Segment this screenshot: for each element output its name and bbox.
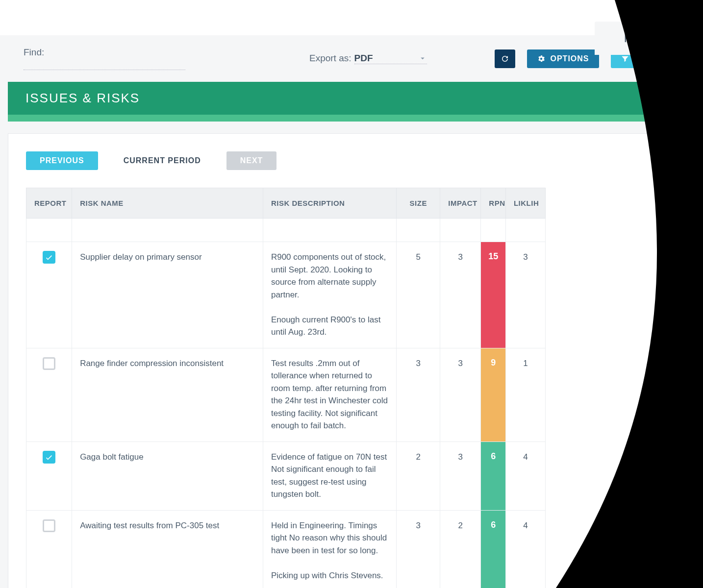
likelihood-cell: 1 (505, 348, 545, 441)
col-rpn[interactable]: RPN (481, 188, 506, 219)
top-tab-risks[interactable]: Risks (595, 22, 683, 55)
risk-name-cell: Gaga bolt fatigue (72, 441, 263, 510)
impact-cell: 3 (440, 441, 481, 510)
risk-description-cell: Evidence of fatigue on 70N test Not sign… (263, 441, 396, 510)
filter-icon (621, 54, 629, 63)
size-cell: 2 (397, 441, 440, 510)
risk-description-cell: Held in Engineering. Timings tight No re… (263, 510, 396, 588)
tab-current-period[interactable]: CURRENT PERIOD (110, 151, 215, 170)
page-title: ISSUES & RISKS (8, 82, 695, 115)
report-checkbox[interactable] (43, 357, 55, 370)
export-value: PDF (354, 53, 373, 63)
col-impact[interactable]: IMPACT (440, 188, 481, 219)
options-label: OPTIONS (551, 54, 589, 63)
find-input[interactable] (24, 59, 185, 70)
col-size[interactable]: SIZE (397, 188, 440, 219)
col-risk-description[interactable]: RISK DESCRIPTION (263, 188, 396, 219)
rpn-cell: 6 (481, 441, 506, 510)
size-cell: 3 (397, 510, 440, 588)
table-row: Supplier delay on primary sensorR900 com… (26, 242, 546, 348)
report-checkbox[interactable] (43, 251, 55, 264)
risk-name-cell: Awaiting test results from PC-305 test (72, 510, 263, 588)
size-cell: 3 (397, 348, 440, 441)
impact-cell: 2 (440, 510, 481, 588)
rpn-cell: 15 (481, 242, 506, 348)
table-row: Range finder compression inconsistentTes… (26, 348, 546, 441)
report-checkbox[interactable] (43, 519, 55, 532)
refresh-button[interactable] (495, 49, 515, 68)
risk-name-cell: Range finder compression inconsistent (72, 348, 263, 441)
likelihood-cell: 3 (505, 242, 545, 348)
col-report[interactable]: REPORT (26, 188, 72, 219)
likelihood-cell: 4 (505, 510, 545, 588)
risks-table: REPORT RISK NAME RISK DESCRIPTION SIZE I… (26, 188, 546, 588)
export-label: Export as: (309, 53, 352, 64)
gear-icon (537, 54, 546, 63)
export-select[interactable]: Export as: PDF (309, 53, 427, 64)
banner-accent (8, 115, 695, 122)
risk-description-cell: Test results .2mm out of tollerance when… (263, 348, 396, 441)
impact-cell: 3 (440, 348, 481, 441)
risk-description-cell: R900 components out of stock, until Sept… (263, 242, 396, 348)
table-row: Gaga bolt fatigueEvidence of fatigue on … (26, 441, 546, 510)
tab-next[interactable]: NEXT (226, 151, 277, 170)
risk-name-cell: Supplier delay on primary sensor (72, 242, 263, 348)
rpn-cell: 6 (481, 510, 506, 588)
find-label: Find: (24, 47, 185, 58)
table-row: Awaiting test results from PC-305 testHe… (26, 510, 546, 588)
tab-previous[interactable]: PREVIOUS (26, 151, 98, 170)
filters-label: FILTERS (634, 54, 670, 63)
refresh-icon (501, 54, 509, 63)
likelihood-cell: 4 (505, 441, 545, 510)
report-checkbox[interactable] (43, 451, 55, 464)
col-risk-name[interactable]: RISK NAME (72, 188, 263, 219)
impact-cell: 3 (440, 242, 481, 348)
rpn-cell: 9 (481, 348, 506, 441)
chevron-down-icon (418, 54, 427, 65)
col-likelihood[interactable]: LIKLIH (505, 188, 545, 219)
options-button[interactable]: OPTIONS (527, 49, 599, 68)
size-cell: 5 (397, 242, 440, 348)
